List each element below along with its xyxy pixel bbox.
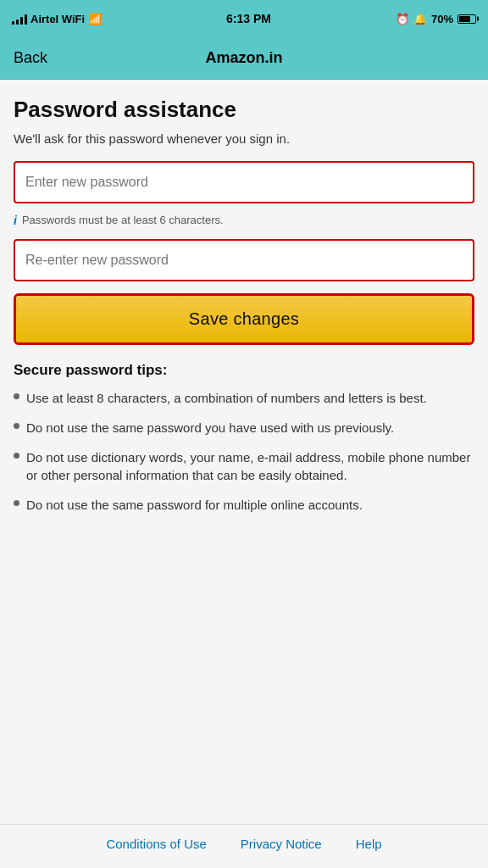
- footer: Conditions of Use Privacy Notice Help: [0, 824, 488, 868]
- save-button-wrapper: Save changes: [14, 293, 474, 345]
- battery-percent: 70%: [431, 13, 453, 25]
- conditions-link[interactable]: Conditions of Use: [106, 837, 206, 851]
- tip-text-2: Do not use the same password you have us…: [26, 419, 394, 437]
- signal-icon: [12, 14, 27, 25]
- bell-icon: 🔔: [413, 13, 427, 25]
- status-right: ⏰ 🔔 70%: [396, 13, 476, 25]
- tip-text-4: Do not use the same password for multipl…: [26, 496, 363, 514]
- password-hint: i Passwords must be at least 6 character…: [14, 214, 474, 227]
- list-item: Do not use dictionary words, your name, …: [14, 448, 474, 484]
- bullet-icon: [14, 453, 19, 459]
- help-link[interactable]: Help: [356, 837, 382, 851]
- status-bar: Airtel WiFi 📶 6:13 PM ⏰ 🔔 70%: [0, 0, 488, 37]
- alarm-icon: ⏰: [396, 13, 409, 25]
- list-item: Do not use the same password you have us…: [14, 419, 474, 437]
- save-changes-button[interactable]: Save changes: [16, 296, 472, 342]
- status-left: Airtel WiFi 📶: [12, 13, 102, 25]
- list-item: Use at least 8 characters, a combination…: [14, 389, 474, 407]
- page-subtitle: We'll ask for this password whenever you…: [14, 131, 474, 146]
- battery-icon: [458, 14, 476, 24]
- bullet-icon: [14, 393, 19, 399]
- list-item: Do not use the same password for multipl…: [14, 496, 474, 514]
- new-password-input[interactable]: [15, 163, 473, 202]
- tips-title: Secure password tips:: [14, 362, 474, 379]
- page-title: Password assistance: [14, 97, 474, 123]
- reenter-password-input[interactable]: [15, 241, 473, 280]
- bullet-icon: [14, 423, 19, 429]
- bullet-icon: [14, 500, 19, 506]
- info-icon: i: [14, 214, 17, 227]
- new-password-wrapper: [14, 161, 474, 203]
- reenter-password-wrapper: [14, 239, 474, 281]
- nav-bar: Back Amazon.in: [0, 37, 488, 80]
- carrier-label: Airtel WiFi: [30, 13, 85, 25]
- main-content: Password assistance We'll ask for this p…: [0, 80, 488, 824]
- tip-text-1: Use at least 8 characters, a combination…: [26, 389, 427, 407]
- tips-list: Use at least 8 characters, a combination…: [14, 389, 474, 526]
- hint-text-label: Passwords must be at least 6 characters.: [22, 214, 224, 226]
- privacy-notice-link[interactable]: Privacy Notice: [241, 837, 322, 851]
- wifi-icon: 📶: [88, 13, 102, 25]
- nav-title: Amazon.in: [205, 49, 282, 67]
- tip-text-3: Do not use dictionary words, your name, …: [26, 448, 474, 484]
- status-time: 6:13 PM: [226, 12, 271, 25]
- back-button[interactable]: Back: [14, 49, 47, 67]
